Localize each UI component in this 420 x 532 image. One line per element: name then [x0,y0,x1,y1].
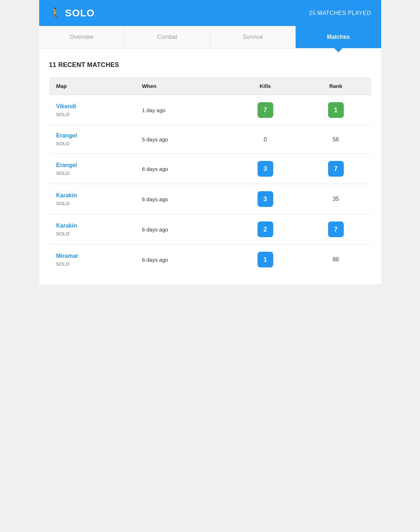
map-mode: SOLO [56,261,70,267]
cell-map: KarakinSOLO [49,184,135,214]
matches-played-label: 25 MATCHES PLAYED [309,10,371,16]
cell-kills: 3 [230,154,301,184]
cell-map: ErangelSOLO [49,125,135,154]
cell-kills: 1 [230,245,301,275]
kills-badge: 3 [258,191,273,207]
col-header-rank: Rank [301,77,371,95]
cell-kills: 7 [230,95,301,125]
when-text: 5 days ago [142,136,168,142]
col-header-map: Map [49,77,135,95]
kills-badge: 7 [258,102,273,118]
cell-when: 1 day ago [135,95,230,125]
map-name: Miramar [56,253,128,259]
tab-matches[interactable]: Matches [296,26,381,48]
rank-value: 88 [333,256,339,262]
map-mode: SOLO [56,141,70,146]
cell-map: ErangelSOLO [49,154,135,184]
main-content: 11 RECENT MATCHES Map When Kills Rank Vi… [39,48,381,285]
cell-rank: 7 [301,154,371,184]
solo-icon: 🚶 [49,7,62,19]
cell-when: 6 days ago [135,214,230,245]
table-row[interactable]: KarakinSOLO6 days ago27 [49,214,371,245]
cell-map: VikendiSOLO [49,95,135,125]
when-text: 6 days ago [142,166,168,172]
when-text: 6 days ago [142,196,168,202]
cell-rank: 35 [301,184,371,214]
map-name: Vikendi [56,103,128,110]
cell-rank: 56 [301,125,371,154]
cell-kills: 2 [230,214,301,245]
tab-survival[interactable]: Survival [210,26,296,48]
when-text: 6 days ago [142,226,168,233]
map-mode: SOLO [56,201,70,206]
table-row[interactable]: KarakinSOLO6 days ago335 [49,184,371,214]
tab-overview[interactable]: Overview [39,26,125,48]
rank-value: 56 [333,136,339,142]
tabs-bar: Overview Combat Survival Matches [39,26,381,48]
map-mode: SOLO [56,171,70,176]
rank-badge: 1 [328,102,344,118]
kills-value: 0 [264,136,267,142]
cell-kills: 3 [230,184,301,214]
cell-when: 6 days ago [135,245,230,275]
table-row[interactable]: ErangelSOLO5 days ago056 [49,125,371,154]
rank-badge: 7 [328,161,344,177]
matches-table: Map When Kills Rank VikendiSOLO1 day ago… [49,77,371,275]
table-header-row: Map When Kills Rank [49,77,371,95]
kills-badge: 2 [258,221,273,237]
col-header-kills: Kills [230,77,301,95]
kills-badge: 1 [258,252,273,267]
table-row[interactable]: VikendiSOLO1 day ago71 [49,95,371,125]
cell-map: MiramarSOLO [49,245,135,275]
table-wrapper: Map When Kills Rank VikendiSOLO1 day ago… [49,77,371,275]
header-left: 🚶 SOLO [49,7,95,19]
when-text: 6 days ago [142,257,168,263]
col-header-when: When [135,77,230,95]
cell-when: 6 days ago [135,154,230,184]
cell-rank: 1 [301,95,371,125]
rank-value: 35 [333,196,339,202]
cell-when: 6 days ago [135,184,230,214]
map-mode: SOLO [56,112,70,117]
cell-map: KarakinSOLO [49,214,135,245]
table-row[interactable]: MiramarSOLO6 days ago188 [49,245,371,275]
kills-badge: 3 [258,161,273,177]
header-title: SOLO [65,7,95,19]
map-mode: SOLO [56,231,70,236]
cell-rank: 7 [301,214,371,245]
section-title: 11 RECENT MATCHES [49,61,371,69]
cell-rank: 88 [301,245,371,275]
cell-kills: 0 [230,125,301,154]
map-name: Erangel [56,132,128,139]
map-name: Erangel [56,162,128,168]
map-name: Karakin [56,192,128,199]
rank-badge: 7 [328,221,344,237]
tab-combat[interactable]: Combat [125,26,210,48]
app-container: 🚶 SOLO 25 MATCHES PLAYED Overview Combat… [39,0,381,285]
header: 🚶 SOLO 25 MATCHES PLAYED [39,0,381,26]
map-name: Karakin [56,223,128,229]
when-text: 1 day ago [142,107,165,113]
table-row[interactable]: ErangelSOLO6 days ago37 [49,154,371,184]
cell-when: 5 days ago [135,125,230,154]
